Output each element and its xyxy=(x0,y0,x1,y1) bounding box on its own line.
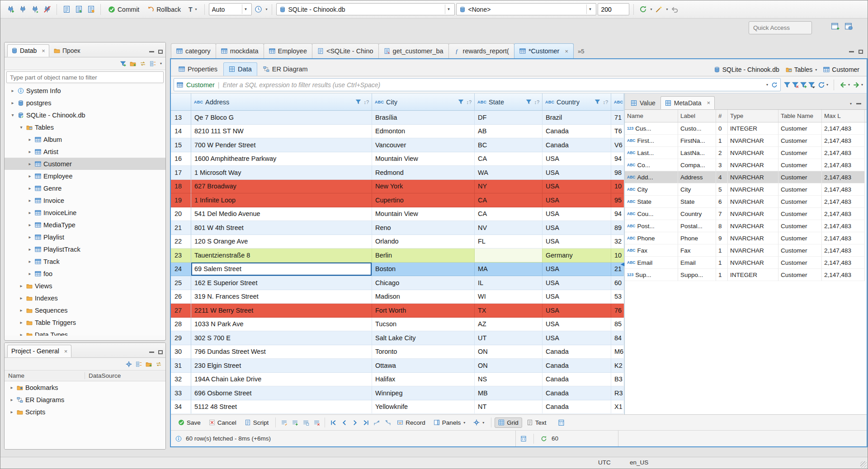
tab-data[interactable]: Data xyxy=(223,62,257,76)
md-cell-label[interactable]: Suppo... xyxy=(678,269,716,281)
cell[interactable]: Vancouver xyxy=(372,138,475,152)
next-row-icon[interactable] xyxy=(350,417,360,427)
expand-arrow-icon[interactable]: ▸ xyxy=(27,210,33,215)
expand-arrow-icon[interactable]: ▸ xyxy=(27,161,33,166)
cell[interactable]: UT xyxy=(475,331,542,345)
edit-cell-icon[interactable] xyxy=(279,417,289,427)
cell[interactable]: Boston xyxy=(372,263,475,277)
tree-item-tables[interactable]: ▾Tables xyxy=(5,121,165,133)
md-cell-type[interactable]: NVARCHAR xyxy=(728,244,778,257)
tab-er-diagram[interactable]: ER Diagram xyxy=(258,62,313,76)
cell[interactable]: Mountain View xyxy=(372,207,475,221)
expand-arrow-icon[interactable]: ▸ xyxy=(27,137,33,142)
md-cell-ord[interactable]: 0 xyxy=(716,122,728,135)
column-header-country[interactable]: ABCCountry↕? xyxy=(542,94,611,111)
md-column-header-max-l[interactable]: Max L xyxy=(822,110,865,122)
editor-tab-sqlite-chino[interactable]: <SQLite - Chino xyxy=(312,43,379,58)
md-cell-table[interactable]: Customer xyxy=(778,147,822,159)
quick-access-input[interactable] xyxy=(749,21,812,34)
filter-objects-icon[interactable] xyxy=(120,61,126,67)
cell[interactable]: 1033 N Park Ave xyxy=(191,318,372,332)
cell[interactable]: Qe 7 Bloco G xyxy=(191,111,372,125)
expand-arrow-icon[interactable]: ▸ xyxy=(27,198,33,203)
object-filter-input[interactable] xyxy=(6,71,164,83)
md-cell-name[interactable]: ABCFax xyxy=(625,244,678,257)
tree-item-mediatype[interactable]: ▸MediaType xyxy=(5,219,165,231)
tree-item-invoice[interactable]: ▸Invoice xyxy=(5,194,165,206)
cell[interactable]: Madison xyxy=(372,290,475,304)
tree-item-invoiceline[interactable]: ▸InvoiceLine xyxy=(5,206,165,219)
expand-arrow-icon[interactable]: ▸ xyxy=(9,397,14,402)
panel-tab-value[interactable]: Value xyxy=(627,96,660,109)
md-cell-max[interactable]: 2,147,483 xyxy=(822,183,865,196)
row-number[interactable]: 26 xyxy=(171,290,191,304)
table-row[interactable]: 15700 W Pender StreetVancouverBCCanadaV6 xyxy=(171,138,624,152)
tree-item-views[interactable]: ▸Views xyxy=(5,280,165,292)
column-sort-icon[interactable]: ↕? xyxy=(466,99,472,105)
table-row[interactable]: 31230 Elgin StreetOttawaONCanadaK2 xyxy=(171,359,624,373)
cell[interactable]: Berlin xyxy=(372,249,475,263)
row-number[interactable]: 17 xyxy=(171,166,191,180)
cell[interactable]: 10 xyxy=(611,249,624,263)
tree-item-employee[interactable]: ▸Employee xyxy=(5,170,165,182)
table-row[interactable]: 2469 Salem StreetBostonMAUSA21 xyxy=(171,263,624,277)
tree-item-sqlite-chinook-db[interactable]: ▾SQLite - Chinook.db xyxy=(5,109,165,121)
expand-arrow-icon[interactable]: ▸ xyxy=(27,259,33,264)
fetch-next-page-icon[interactable] xyxy=(372,417,382,427)
cell[interactable]: 302 S 700 E xyxy=(191,331,372,345)
table-row[interactable]: 21801 W 4th StreetRenoNVUSA89 xyxy=(171,221,624,235)
fetch-all-rows-icon[interactable] xyxy=(382,417,392,427)
md-cell-table[interactable]: Customer xyxy=(778,220,822,232)
cell[interactable]: CA xyxy=(475,152,542,166)
cell[interactable]: AB xyxy=(475,125,542,139)
md-cell-type[interactable]: NVARCHAR xyxy=(728,232,778,244)
md-cell-label[interactable]: FirstNa... xyxy=(678,135,716,147)
sidebar-tab-проек[interactable]: Проек xyxy=(50,44,84,57)
remove-filter-icon[interactable] xyxy=(792,81,799,89)
expand-arrow-icon[interactable]: ▸ xyxy=(9,409,14,414)
editor-tab-rewards-report[interactable]: frewards_report( xyxy=(448,43,514,58)
expand-arrow-icon[interactable]: ▸ xyxy=(9,385,14,390)
tree-item-sequences[interactable]: ▸Sequences xyxy=(5,304,165,316)
cell[interactable]: 2211 W Berry Street xyxy=(191,304,372,318)
cell[interactable]: Winnipeg xyxy=(372,386,475,400)
cell[interactable]: Edmonton xyxy=(372,125,475,139)
row-number[interactable]: 33 xyxy=(171,386,191,400)
cell[interactable]: USA xyxy=(542,331,611,345)
cell[interactable]: 5112 48 Street xyxy=(191,400,372,414)
md-cell-max[interactable]: 2,147,483 xyxy=(822,232,865,244)
gear-icon[interactable] xyxy=(126,361,132,367)
cell[interactable]: B3 xyxy=(611,373,624,387)
md-cell-name[interactable]: ABCAdd... xyxy=(625,171,678,183)
tree-item-system-info[interactable]: ▸System Info xyxy=(5,84,165,97)
cell[interactable]: 95 xyxy=(611,193,624,207)
panel-menu-icon[interactable]: ▾ xyxy=(850,102,852,106)
cell[interactable] xyxy=(475,249,542,263)
maximize-icon[interactable] xyxy=(158,50,163,54)
tree-item-album[interactable]: ▸Album xyxy=(5,133,165,145)
cell[interactable]: USA xyxy=(542,276,611,290)
minimize-icon[interactable] xyxy=(849,51,854,52)
editor-tab-employee[interactable]: Employee xyxy=(264,43,312,58)
expand-arrow-icon[interactable]: ▸ xyxy=(19,320,24,325)
commit-button[interactable]: Commit xyxy=(105,5,142,14)
cell[interactable]: ON xyxy=(475,359,542,373)
cell[interactable]: Halifax xyxy=(372,373,475,387)
row-number[interactable]: 30 xyxy=(171,345,191,359)
new-connection-icon[interactable] xyxy=(5,4,16,15)
md-cell-ord[interactable]: 2 xyxy=(716,147,728,159)
md-cell-type[interactable]: NVARCHAR xyxy=(728,220,778,232)
collapse-arrow-icon[interactable]: ▾ xyxy=(19,125,24,130)
md-cell-ord[interactable]: 1 xyxy=(716,257,728,269)
tree-item-foo[interactable]: ▸foo xyxy=(5,267,165,280)
md-cell-ord[interactable]: 8 xyxy=(716,220,728,232)
collapse-all-icon[interactable] xyxy=(136,361,142,367)
md-cell-type[interactable]: NVARCHAR xyxy=(728,135,778,147)
cell[interactable]: 85 xyxy=(611,318,624,332)
row-number[interactable]: 16 xyxy=(171,152,191,166)
metadata-row[interactable]: ABCCou...Country7NVARCHARCustomer2,147,4… xyxy=(625,208,867,220)
md-cell-ord[interactable]: 9 xyxy=(716,232,728,244)
cell[interactable]: M6 xyxy=(611,345,624,359)
md-cell-label[interactable]: Address xyxy=(678,171,716,183)
tree-item-playlist[interactable]: ▸Playlist xyxy=(5,231,165,243)
